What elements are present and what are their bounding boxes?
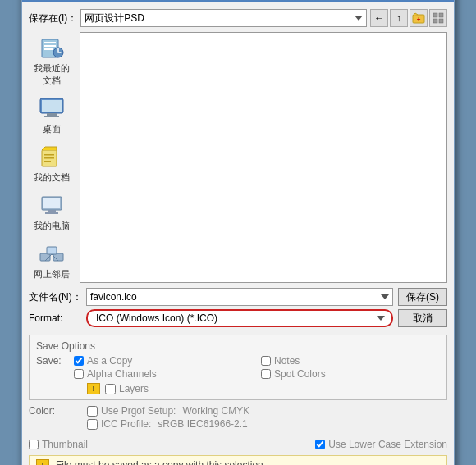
mydocs-icon (39, 144, 65, 170)
icc-profile-checkbox[interactable] (87, 419, 98, 430)
alpha-channels-option: Alpha Channels (74, 368, 253, 380)
mypc-icon (39, 192, 65, 218)
notes-label: Notes (274, 355, 300, 367)
color-options: Use Prgof Setup: Working CMYK ICC Profil… (80, 405, 249, 431)
desktop-icon (39, 95, 65, 121)
color-section: Color: Use Prgof Setup: Working CMYK ICC… (29, 405, 447, 431)
layers-checkbox[interactable] (105, 384, 116, 394)
new-folder-icon[interactable]: + (410, 9, 428, 27)
filename-row: 文件名(N)： favicon.ico 保存(S) (29, 288, 447, 306)
format-label: Format: (29, 312, 86, 324)
alpha-channels-checkbox[interactable] (74, 369, 84, 379)
lower-case-option: Use Lower Case Extension (315, 439, 447, 450)
sidebar-label-mydocs: 我的文档 (34, 171, 70, 184)
sidebar: 我最近的文档 桌面 (29, 32, 75, 283)
svg-rect-21 (48, 210, 56, 212)
color-label: Color: (29, 405, 74, 417)
svg-rect-2 (433, 13, 437, 17)
save-label: Save: (36, 355, 67, 367)
dialog-content: 保存在(I)： 网页设计PSD ← ↑ + (22, 2, 454, 465)
location-dropdown[interactable]: 网页设计PSD (80, 9, 367, 27)
spot-colors-option: Spot Colors (261, 368, 440, 380)
sidebar-label-recent: 我最近的文档 (30, 62, 73, 87)
save-options-box: Save Options Save: As a Copy Notes (29, 335, 447, 400)
svg-rect-9 (44, 48, 53, 50)
filename-input[interactable]: favicon.ico (86, 288, 393, 306)
format-row: Format: ICO (Windows Icon) (*.ICO) 取消 (29, 309, 447, 327)
divider-1 (29, 331, 447, 331)
proof-setup-checkbox[interactable] (87, 406, 98, 417)
sidebar-item-mypc[interactable]: 我的电脑 (29, 189, 75, 235)
svg-rect-13 (47, 113, 57, 116)
svg-rect-25 (47, 247, 57, 254)
icc-profile-row: ICC Profile: sRGB IEC61966-2.1 (87, 418, 249, 430)
up-icon[interactable]: ↑ (390, 9, 408, 27)
svg-text:+: + (417, 16, 421, 23)
thumbnail-label: Thumbnail (42, 439, 88, 450)
top-bar: 保存在(I)： 网页设计PSD ← ↑ + (29, 9, 447, 27)
sidebar-label-network: 网上邻居 (34, 268, 70, 280)
cancel-button[interactable]: 取消 (398, 309, 447, 327)
svg-rect-14 (44, 116, 59, 117)
sidebar-item-recent[interactable]: 我最近的文档 (29, 32, 75, 89)
notes-checkbox[interactable] (261, 356, 271, 366)
as-copy-option: As a Copy (74, 355, 253, 367)
info-warning-icon: ! (36, 459, 49, 465)
lower-case-checkbox[interactable] (315, 440, 325, 449)
svg-rect-12 (42, 100, 62, 112)
svg-rect-8 (44, 45, 56, 47)
location-label: 保存在(I)： (29, 11, 77, 25)
info-message: File must be saved as a copy with this s… (56, 459, 266, 465)
as-copy-checkbox[interactable] (74, 356, 84, 366)
svg-rect-4 (433, 19, 437, 23)
view-icon[interactable] (429, 9, 447, 27)
thumbnail-checkbox[interactable] (29, 440, 39, 449)
divider-2 (29, 435, 447, 435)
save-options-title: Save Options (36, 340, 440, 352)
sidebar-label-desktop: 桌面 (43, 123, 61, 135)
options-grid: As a Copy Notes Alpha Channels Spot (74, 355, 440, 380)
svg-rect-16 (44, 154, 54, 156)
filename-label: 文件名(N)： (29, 290, 86, 304)
network-icon (39, 240, 65, 267)
sidebar-item-mydocs[interactable]: 我的文档 (29, 141, 75, 186)
svg-rect-22 (45, 212, 58, 214)
main-area: 我最近的文档 桌面 (29, 32, 447, 283)
svg-rect-17 (44, 157, 54, 159)
svg-rect-3 (439, 13, 443, 17)
save-as-dialog: Save As ? ✕ 保存在(I)： 网页设计PSD ← ↑ + (21, 0, 455, 465)
svg-rect-18 (44, 161, 51, 162)
warning-icon: ! (87, 383, 100, 394)
layers-label: Layers (119, 383, 149, 394)
working-cmyk: Working CMYK (182, 405, 249, 417)
toolbar-icons: ← ↑ + (370, 9, 447, 27)
spot-colors-label: Spot Colors (274, 368, 326, 380)
as-copy-label: As a Copy (87, 355, 132, 367)
back-icon[interactable]: ← (370, 9, 388, 27)
svg-rect-7 (44, 42, 56, 43)
file-area[interactable] (80, 32, 447, 283)
lower-case-label: Use Lower Case Extension (328, 439, 447, 450)
spot-colors-checkbox[interactable] (261, 369, 271, 379)
icc-profile-value: sRGB IEC61966-2.1 (158, 418, 247, 430)
sidebar-label-mypc: 我的电脑 (34, 220, 70, 232)
info-bar: ! File must be saved as a copy with this… (29, 455, 447, 465)
icc-profile-label: ICC Profile: (101, 418, 151, 430)
recent-icon (39, 34, 65, 61)
alpha-channels-label: Alpha Channels (87, 368, 157, 380)
layers-row: ! Layers (87, 383, 440, 394)
svg-rect-5 (439, 19, 443, 23)
proof-setup-label: Use Prgof Setup: (101, 405, 176, 417)
proof-setup-row: Use Prgof Setup: Working CMYK (87, 405, 249, 417)
thumbnail-lowercase-row: Thumbnail Use Lower Case Extension (29, 439, 447, 450)
sidebar-item-network[interactable]: 网上邻居 (29, 238, 75, 283)
svg-rect-20 (43, 198, 60, 208)
format-select[interactable]: ICO (Windows Icon) (*.ICO) (86, 309, 393, 327)
thumbnail-option: Thumbnail (29, 439, 88, 450)
sidebar-item-desktop[interactable]: 桌面 (29, 93, 75, 138)
save-button[interactable]: 保存(S) (398, 288, 447, 306)
notes-option: Notes (261, 355, 440, 367)
